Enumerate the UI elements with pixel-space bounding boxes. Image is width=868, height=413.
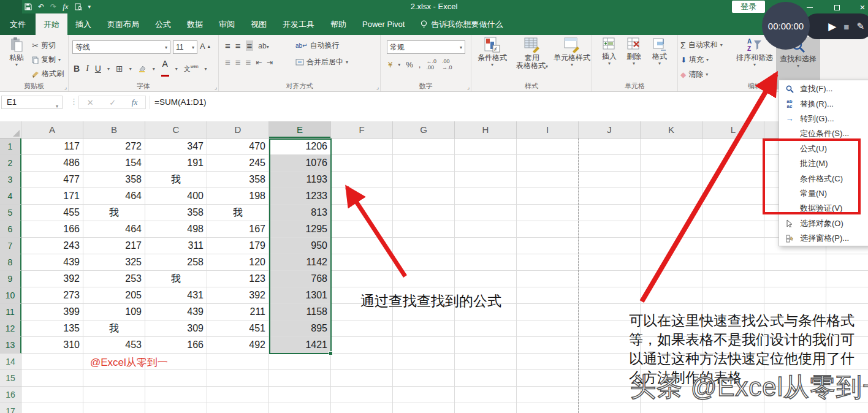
cell-I16[interactable]	[517, 387, 579, 403]
cell-E1[interactable]: 1206	[269, 138, 331, 155]
align-left-icon[interactable]: ≡	[225, 57, 230, 67]
cell-B9[interactable]: 253	[83, 271, 145, 287]
cell-C4[interactable]: 400	[145, 188, 207, 205]
cell-A8[interactable]: 439	[21, 254, 83, 271]
cell-A10[interactable]: 273	[21, 287, 83, 304]
cell-A1[interactable]: 117	[21, 138, 83, 155]
orientation-icon[interactable]: ab▾	[258, 42, 268, 50]
cell-C10[interactable]: 431	[145, 287, 207, 304]
row-header-10[interactable]: 10	[0, 287, 21, 304]
cell-L8[interactable]	[702, 254, 764, 271]
comma-icon[interactable]: ,	[419, 60, 421, 69]
align-top-icon[interactable]: ≡	[225, 40, 230, 51]
cell-L7[interactable]	[702, 238, 764, 254]
column-header-K[interactable]: K	[641, 121, 702, 138]
cell-B13[interactable]: 453	[83, 337, 145, 354]
cell-B7[interactable]: 217	[83, 238, 145, 254]
cell-H7[interactable]	[455, 238, 517, 254]
column-header-G[interactable]: G	[393, 121, 455, 138]
tab-插入[interactable]: 插入	[67, 13, 99, 35]
cell-J1[interactable]	[579, 138, 641, 155]
menu-item-选择窗格[interactable]: 选择窗格(P)...	[779, 231, 868, 246]
grow-font-button[interactable]: A▴	[200, 42, 210, 51]
format-as-table-button[interactable]: 套用表格格式▾	[512, 37, 552, 70]
cell-A12[interactable]: 135	[21, 320, 83, 337]
cell-J6[interactable]	[579, 221, 641, 238]
font-color-button[interactable]: A	[161, 59, 169, 78]
cell-F1[interactable]	[331, 138, 393, 155]
fill-button[interactable]: ⬇填充▾	[680, 55, 709, 65]
cell-E9[interactable]: 768	[269, 271, 331, 287]
font-dialog-launcher[interactable]: ⌟	[215, 84, 217, 90]
cell-L5[interactable]	[702, 205, 764, 221]
menu-item-转到[interactable]: →转到(G)...	[779, 112, 868, 126]
cell-N10[interactable]	[826, 287, 868, 304]
cell-J7[interactable]	[579, 238, 641, 254]
row-header-15[interactable]: 15	[0, 370, 21, 387]
cell-K1[interactable]	[641, 138, 702, 155]
cell-M9[interactable]	[764, 271, 826, 287]
row-header-6[interactable]: 6	[0, 221, 21, 238]
row-header-4[interactable]: 4	[0, 188, 21, 205]
record-stop-icon[interactable]: ■	[843, 21, 849, 32]
cell-E3[interactable]: 1193	[269, 172, 331, 188]
cell-F8[interactable]	[331, 254, 393, 271]
clear-button[interactable]: ◆清除▾	[680, 69, 708, 80]
cell-G17[interactable]	[393, 403, 455, 413]
cell-G13[interactable]	[393, 337, 455, 354]
row-header-2[interactable]: 2	[0, 155, 21, 172]
tab-告诉我你想要做什么[interactable]: 告诉我你想要做什么	[413, 13, 511, 35]
cut-button[interactable]: ✂剪切	[32, 40, 56, 51]
cell-D14[interactable]	[207, 354, 269, 370]
row-header-16[interactable]: 16	[0, 387, 21, 403]
cell-styles-button[interactable]: 单元格样式▾	[554, 37, 590, 67]
cell-D16[interactable]	[207, 387, 269, 403]
cell-A5[interactable]: 455	[21, 205, 83, 221]
bold-button[interactable]: B	[74, 64, 80, 74]
cancel-icon[interactable]: ✕	[87, 98, 94, 107]
cell-K6[interactable]	[641, 221, 702, 238]
cell-K9[interactable]	[641, 271, 702, 287]
cell-F15[interactable]	[331, 370, 393, 387]
cell-F17[interactable]	[331, 403, 393, 413]
cell-D10[interactable]: 392	[207, 287, 269, 304]
column-header-H[interactable]: H	[455, 121, 517, 138]
record-play-icon[interactable]: ▶	[828, 20, 836, 33]
cell-H2[interactable]	[455, 155, 517, 172]
tab-公式[interactable]: 公式	[147, 13, 179, 35]
insert-cells-button[interactable]: 插入▾	[598, 37, 620, 66]
cell-G12[interactable]	[393, 320, 455, 337]
cell-D1[interactable]: 470	[207, 138, 269, 155]
cell-G3[interactable]	[393, 172, 455, 188]
cell-F13[interactable]	[331, 337, 393, 354]
align-middle-icon[interactable]: ≡	[235, 40, 241, 51]
cell-I2[interactable]	[517, 155, 579, 172]
autosum-button[interactable]: Σ自动求和▾	[680, 40, 723, 50]
cell-M17[interactable]	[764, 403, 826, 413]
column-header-L[interactable]: L	[702, 121, 764, 138]
cell-I12[interactable]	[517, 320, 579, 337]
cell-G1[interactable]	[393, 138, 455, 155]
menu-item-选择对象[interactable]: 选择对象(O)	[779, 216, 868, 231]
cell-F4[interactable]	[331, 188, 393, 205]
cell-C12[interactable]: 309	[145, 320, 207, 337]
cell-E8[interactable]: 1142	[269, 254, 331, 271]
cell-I5[interactable]	[517, 205, 579, 221]
row-header-13[interactable]: 13	[0, 337, 21, 354]
column-header-F[interactable]: F	[331, 121, 393, 138]
underline-caret[interactable]: ▾	[107, 66, 110, 72]
cell-G4[interactable]	[393, 188, 455, 205]
cell-C11[interactable]: 439	[145, 304, 207, 320]
row-header-17[interactable]: 17	[0, 403, 21, 413]
cell-B16[interactable]	[83, 387, 145, 403]
tab-Power Pivot[interactable]: Power Pivot	[354, 13, 413, 35]
cell-E10[interactable]: 1301	[269, 287, 331, 304]
cell-J5[interactable]	[579, 205, 641, 221]
row-header-1[interactable]: 1	[0, 138, 21, 155]
cell-D17[interactable]	[207, 403, 269, 413]
cell-D4[interactable]: 198	[207, 188, 269, 205]
cell-L6[interactable]	[702, 221, 764, 238]
cell-C6[interactable]: 498	[145, 221, 207, 238]
cell-L10[interactable]	[702, 287, 764, 304]
cell-K10[interactable]	[641, 287, 702, 304]
